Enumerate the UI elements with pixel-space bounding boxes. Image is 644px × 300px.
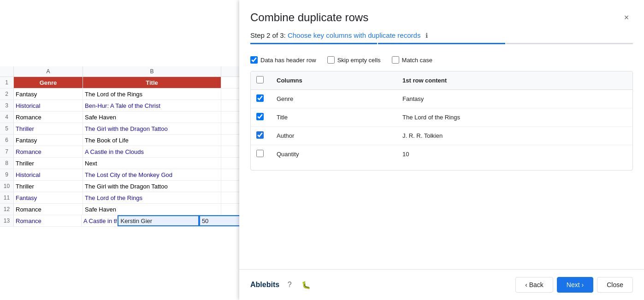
row-num-header (0, 66, 14, 76)
step-description: Choose key columns with duplicate record… (288, 31, 420, 39)
table-row: 2 Fantasy The Lord of the Rings (0, 88, 244, 100)
cell-b1[interactable]: Title (83, 77, 221, 88)
dialog-spacer (239, 171, 644, 269)
select-all-checkbox[interactable] (256, 76, 264, 83)
close-button-footer[interactable]: Close (597, 277, 633, 293)
title-checkbox[interactable] (256, 113, 264, 120)
spreadsheet-area: A B 1 Genre Title 2 Fantasy The Lord of … (0, 66, 244, 300)
cell-a1[interactable]: Genre (14, 77, 83, 88)
row-number: 8 (0, 158, 14, 169)
next-button[interactable]: Next › (557, 277, 593, 293)
cell-a2[interactable]: Fantasy (14, 88, 83, 100)
table-row: 10 Thriller The Girl with the Dragon Tat… (0, 181, 244, 192)
table-header-row: Columns 1st row content (251, 71, 632, 90)
cell-a3[interactable]: Historical (14, 100, 83, 111)
footer-icons: ? 🐛 (283, 278, 313, 291)
table-row: 7 Romance A Castle in the Clouds (0, 146, 244, 158)
table-row: 1 Genre Title (0, 77, 244, 88)
cell-b7[interactable]: A Castle in the Clouds (83, 146, 221, 157)
row-number: 7 (0, 146, 14, 157)
cell-b11[interactable]: The Lord of the Rings (83, 192, 221, 203)
cell-a8[interactable]: Thriller (14, 158, 83, 169)
col-content-quantity: 10 (397, 145, 632, 164)
table-row: Author J. R. R. Tolkien (251, 127, 632, 145)
table-row: 9 Historical The Lost City of the Monkey… (0, 169, 244, 181)
table-row: 12 Romance Safe Haven (0, 204, 244, 215)
data-has-header-option[interactable]: Data has header row (250, 56, 316, 64)
row-number: 10 (0, 181, 14, 192)
col-content-author: J. R. R. Tolkien (397, 127, 632, 145)
cell-b2[interactable]: The Lord of the Rings (83, 88, 221, 100)
cell-a13[interactable]: Romance (14, 215, 82, 226)
match-case-checkbox[interactable] (392, 56, 399, 64)
table-row: 11 Fantasy The Lord of the Rings (0, 192, 244, 204)
cell-b12[interactable]: Safe Haven (83, 204, 221, 215)
step-bar: Step 2 of 3: Choose key columns with dup… (239, 31, 644, 52)
cell-b5[interactable]: The Girl with the Dragon Tattoo (83, 123, 221, 134)
row-number: 6 (0, 135, 14, 146)
brand-name: Ablebits (250, 281, 279, 289)
quantity-checkbox[interactable] (256, 150, 264, 157)
table-row: 5 Thriller The Girl with the Dragon Tatt… (0, 123, 244, 135)
cell-b8[interactable]: Next (83, 158, 221, 169)
row-number: 3 (0, 100, 14, 111)
table-row: 3 Historical Ben-Hur: A Tale of the Chri… (0, 100, 244, 112)
row-number: 11 (0, 192, 14, 203)
table-row: 8 Thriller Next (0, 158, 244, 169)
help-icon-button[interactable]: ? (283, 278, 296, 291)
data-has-header-label: Data has header row (260, 57, 316, 64)
footer-brand: Ablebits (250, 281, 279, 289)
cell-b3[interactable]: Ben-Hur: A Tale of the Christ (83, 100, 221, 111)
close-button[interactable]: × (620, 11, 633, 24)
row-number: 4 (0, 112, 14, 123)
progress-seg-3 (506, 43, 633, 44)
step-text: Step 2 of 3: Choose key columns with dup… (250, 31, 633, 39)
step-progress (250, 43, 633, 44)
cell-d13[interactable]: 50 (199, 215, 244, 226)
row-checkbox-cell (251, 90, 271, 108)
options-row: Data has header row Skip empty cells Mat… (239, 52, 644, 71)
cell-b4[interactable]: Safe Haven (83, 112, 221, 123)
cell-a4[interactable]: Romance (14, 112, 83, 123)
genre-checkbox[interactable] (256, 94, 264, 102)
columns-table-wrapper: Columns 1st row content Genre Fantasy Ti (250, 71, 633, 171)
cell-a11[interactable]: Fantasy (14, 192, 83, 203)
col-name-author: Author (271, 127, 397, 145)
dialog-title: Combine duplicate rows (250, 11, 368, 24)
table-row: Title The Lord of the Rings (251, 108, 632, 127)
dialog-footer: Ablebits ? 🐛 ‹ Back Next › Close (239, 269, 644, 300)
cell-b10[interactable]: The Girl with the Dragon Tattoo (83, 181, 221, 192)
dialog-header: Combine duplicate rows × (239, 0, 644, 31)
cell-b6[interactable]: The Book of Life (83, 135, 221, 146)
bug-report-button[interactable]: 🐛 (300, 278, 313, 291)
match-case-label: Match case (402, 57, 432, 64)
col-header-1st-row: 1st row content (397, 71, 632, 90)
combine-dialog: Combine duplicate rows × Step 2 of 3: Ch… (239, 0, 644, 300)
col-header-columns: Columns (271, 71, 397, 90)
cell-a10[interactable]: Thriller (14, 181, 83, 192)
skip-empty-checkbox[interactable] (327, 56, 335, 64)
back-button[interactable]: ‹ Back (515, 277, 553, 293)
row-checkbox-cell (251, 127, 271, 145)
row-checkbox-cell (251, 145, 271, 164)
table-row: Genre Fantasy (251, 90, 632, 108)
cell-a9[interactable]: Historical (14, 169, 83, 180)
cell-a7[interactable]: Romance (14, 146, 83, 157)
cell-b9[interactable]: The Lost City of the Monkey God (83, 169, 221, 180)
table-row: 13 Romance A Castle in the Clouds Kersti… (0, 215, 244, 227)
cell-b13[interactable]: A Castle in the Clouds (82, 215, 118, 226)
cell-c13[interactable]: Kerstin Gier (118, 215, 199, 226)
match-case-option[interactable]: Match case (392, 56, 432, 64)
row-number: 13 (0, 215, 14, 226)
columns-table: Columns 1st row content Genre Fantasy Ti (251, 71, 632, 163)
table-row: 4 Romance Safe Haven (0, 112, 244, 123)
cell-a5[interactable]: Thriller (14, 123, 83, 134)
progress-seg-2 (378, 43, 505, 44)
author-checkbox[interactable] (256, 131, 264, 139)
data-has-header-checkbox[interactable] (250, 56, 258, 64)
cell-a6[interactable]: Fantasy (14, 135, 83, 146)
progress-seg-1 (250, 43, 377, 44)
cell-a12[interactable]: Romance (14, 204, 83, 215)
col-name-quantity: Quantity (271, 145, 397, 164)
skip-empty-option[interactable]: Skip empty cells (327, 56, 381, 64)
